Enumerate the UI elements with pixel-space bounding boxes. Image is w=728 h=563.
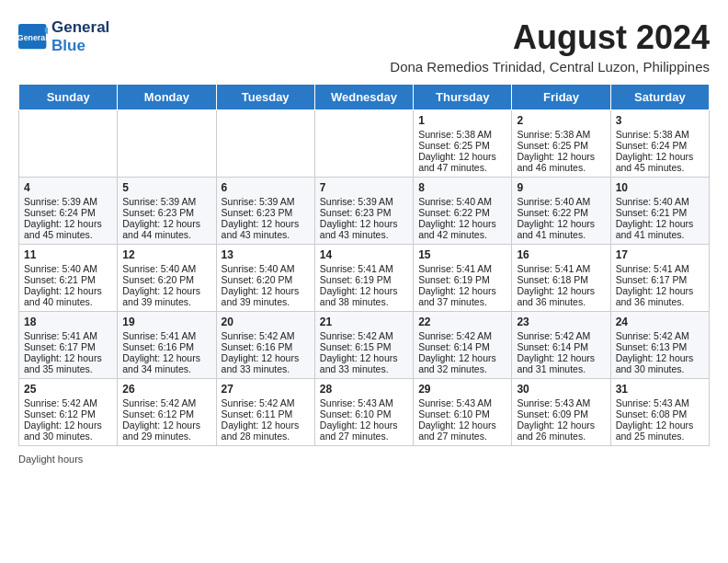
sunrise-text: Sunrise: 5:40 AM [24,263,112,274]
day-header-tuesday: Tuesday [216,85,314,110]
sunrise-text: Sunrise: 5:42 AM [222,330,310,341]
sunset-text: Sunset: 6:15 PM [320,341,408,352]
daylight-text: Daylight: 12 hours and 32 minutes. [418,352,506,374]
daylight-text: Daylight: 12 hours and 33 minutes. [222,352,310,374]
logo-icon: General [18,24,48,50]
calendar-cell: 31Sunrise: 5:43 AMSunset: 6:08 PMDayligh… [610,379,709,446]
sunset-text: Sunset: 6:16 PM [122,341,210,352]
calendar-cell: 20Sunrise: 5:42 AMSunset: 6:16 PMDayligh… [216,312,314,379]
day-number: 11 [24,248,112,261]
daylight-text: Daylight: 12 hours and 44 minutes. [122,218,210,240]
day-number: 19 [122,316,210,328]
sunset-text: Sunset: 6:23 PM [222,207,310,218]
calendar-cell: 25Sunrise: 5:42 AMSunset: 6:12 PMDayligh… [19,379,118,446]
daylight-text: Daylight: 12 hours and 37 minutes. [418,285,506,307]
header-row: SundayMondayTuesdayWednesdayThursdayFrid… [19,85,710,110]
calendar-cell [314,110,413,178]
day-header-sunday: Sunday [19,85,118,110]
sunrise-text: Sunrise: 5:43 AM [320,397,408,408]
calendar-cell: 8Sunrise: 5:40 AMSunset: 6:22 PMDaylight… [414,178,512,245]
daylight-text: Daylight: 12 hours and 28 minutes. [222,419,310,442]
day-number: 27 [222,383,310,396]
calendar-cell: 16Sunrise: 5:41 AMSunset: 6:18 PMDayligh… [512,245,610,312]
sunset-text: Sunset: 6:25 PM [418,140,506,151]
sunrise-text: Sunrise: 5:38 AM [418,129,506,140]
day-number: 1 [418,114,506,127]
daylight-text: Daylight: 12 hours and 42 minutes. [418,218,506,240]
calendar-week-2: 4Sunrise: 5:39 AMSunset: 6:24 PMDaylight… [19,178,710,245]
day-number: 26 [122,383,210,396]
calendar-week-4: 18Sunrise: 5:41 AMSunset: 6:17 PMDayligh… [19,312,710,379]
sunrise-text: Sunrise: 5:39 AM [222,196,310,207]
sunset-text: Sunset: 6:14 PM [418,341,506,352]
calendar-cell: 22Sunrise: 5:42 AMSunset: 6:14 PMDayligh… [414,312,512,379]
day-number: 21 [320,316,408,328]
calendar-cell: 24Sunrise: 5:42 AMSunset: 6:13 PMDayligh… [610,312,709,379]
day-number: 13 [222,248,310,261]
calendar-cell: 10Sunrise: 5:40 AMSunset: 6:21 PMDayligh… [610,178,709,245]
calendar-body: 1Sunrise: 5:38 AMSunset: 6:25 PMDaylight… [19,110,710,446]
daylight-text: Daylight: 12 hours and 30 minutes. [616,352,704,374]
daylight-text: Daylight: 12 hours and 41 minutes. [517,218,605,240]
calendar-cell [19,110,118,178]
daylight-text: Daylight: 12 hours and 27 minutes. [320,419,408,442]
sunrise-text: Sunrise: 5:38 AM [517,129,605,140]
day-number: 12 [122,248,210,261]
sunrise-text: Sunrise: 5:41 AM [517,263,605,274]
daylight-text: Daylight: 12 hours and 43 minutes. [320,218,408,240]
calendar-week-5: 25Sunrise: 5:42 AMSunset: 6:12 PMDayligh… [19,379,710,446]
sunrise-text: Sunrise: 5:41 AM [122,330,210,341]
daylight-text: Daylight: 12 hours and 45 minutes. [616,151,704,173]
sunrise-text: Sunrise: 5:40 AM [222,263,310,274]
day-number: 25 [24,383,112,396]
calendar-cell: 6Sunrise: 5:39 AMSunset: 6:23 PMDaylight… [216,178,314,245]
sunset-text: Sunset: 6:20 PM [122,274,210,285]
sunrise-text: Sunrise: 5:40 AM [616,196,704,207]
day-number: 7 [320,181,408,194]
sunset-text: Sunset: 6:21 PM [616,207,704,218]
day-number: 10 [616,181,704,194]
sunset-text: Sunset: 6:19 PM [320,274,408,285]
calendar-cell: 7Sunrise: 5:39 AMSunset: 6:23 PMDaylight… [314,178,413,245]
sunset-text: Sunset: 6:19 PM [418,274,506,285]
sunset-text: Sunset: 6:12 PM [122,408,210,419]
day-number: 3 [616,114,704,127]
calendar-cell: 1Sunrise: 5:38 AMSunset: 6:25 PMDaylight… [414,110,512,178]
day-header-monday: Monday [118,85,216,110]
daylight-text: Daylight: 12 hours and 31 minutes. [517,352,605,374]
calendar-cell [216,110,314,178]
day-number: 28 [320,383,408,396]
daylight-text: Daylight: 12 hours and 41 minutes. [616,218,704,240]
sunrise-text: Sunrise: 5:41 AM [418,263,506,274]
daylight-text: Daylight: 12 hours and 43 minutes. [222,218,310,240]
daylight-text: Daylight: 12 hours and 45 minutes. [24,218,112,240]
day-header-wednesday: Wednesday [314,85,413,110]
logo-text: General Blue [51,18,109,55]
sunset-text: Sunset: 6:17 PM [24,341,112,352]
sunrise-text: Sunrise: 5:42 AM [418,330,506,341]
daylight-text: Daylight: 12 hours and 36 minutes. [616,285,704,307]
sunrise-text: Sunrise: 5:43 AM [418,397,506,408]
daylight-text: Daylight: 12 hours and 35 minutes. [24,352,112,374]
sunset-text: Sunset: 6:08 PM [616,408,704,419]
sunrise-text: Sunrise: 5:42 AM [320,330,408,341]
sunrise-text: Sunrise: 5:42 AM [517,330,605,341]
sunrise-text: Sunrise: 5:39 AM [320,196,408,207]
calendar-cell: 18Sunrise: 5:41 AMSunset: 6:17 PMDayligh… [19,312,118,379]
sunset-text: Sunset: 6:17 PM [616,274,704,285]
title-section: August 2024 Dona Remedios Trinidad, Cent… [390,18,710,75]
calendar-table: SundayMondayTuesdayWednesdayThursdayFrid… [18,84,710,446]
calendar-cell: 14Sunrise: 5:41 AMSunset: 6:19 PMDayligh… [314,245,413,312]
sunset-text: Sunset: 6:23 PM [320,207,408,218]
sunset-text: Sunset: 6:22 PM [418,207,506,218]
sunrise-text: Sunrise: 5:42 AM [24,397,112,408]
sunset-text: Sunset: 6:20 PM [222,274,310,285]
day-number: 2 [517,114,605,127]
day-header-saturday: Saturday [610,85,709,110]
calendar-cell: 17Sunrise: 5:41 AMSunset: 6:17 PMDayligh… [610,245,709,312]
day-number: 4 [24,181,112,194]
sunrise-text: Sunrise: 5:42 AM [222,397,310,408]
sunset-text: Sunset: 6:12 PM [24,408,112,419]
calendar-cell: 2Sunrise: 5:38 AMSunset: 6:25 PMDaylight… [512,110,610,178]
calendar-cell: 13Sunrise: 5:40 AMSunset: 6:20 PMDayligh… [216,245,314,312]
